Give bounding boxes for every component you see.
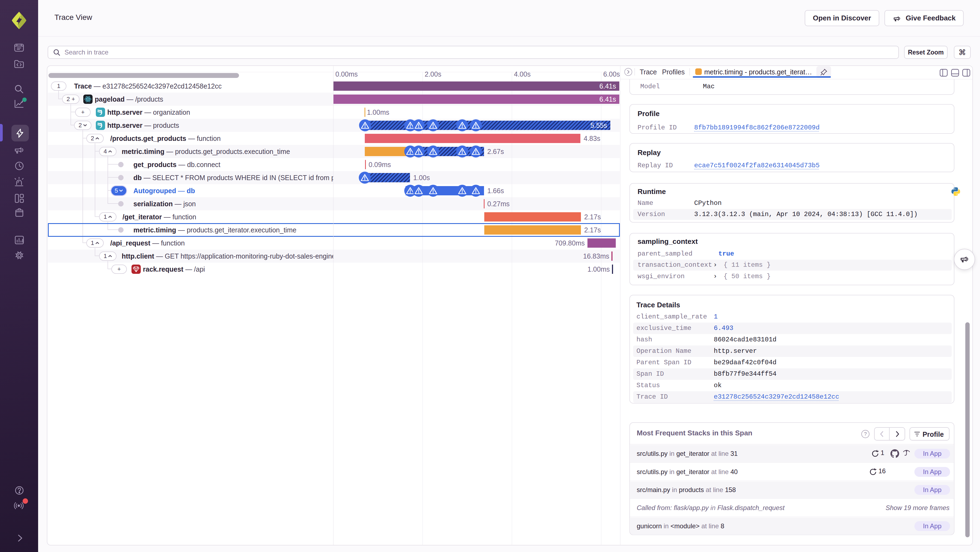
svg-text:?: ?	[864, 431, 867, 437]
